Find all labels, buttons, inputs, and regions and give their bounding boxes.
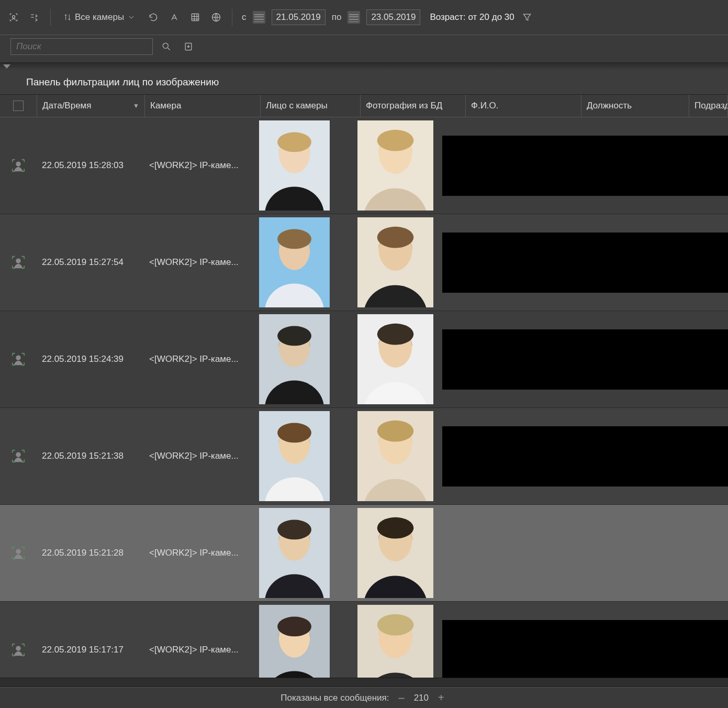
refresh-button[interactable] bbox=[145, 9, 162, 26]
toolbar-main: Все камеры с 21.05.2019 по 23.05.2019 Во… bbox=[0, 0, 728, 35]
redacted-block bbox=[644, 233, 728, 293]
redacted-block bbox=[547, 329, 644, 390]
db-thumbnail[interactable] bbox=[357, 605, 433, 678]
table-row[interactable]: 22.05.2019 15:21:28 <[WORK2]> IP-каме... bbox=[0, 505, 728, 602]
cell-fio bbox=[442, 313, 547, 405]
redacted-block bbox=[644, 523, 728, 583]
col-fio[interactable]: Ф.И.О. bbox=[466, 95, 581, 117]
date-from-input[interactable]: 21.05.2019 bbox=[272, 9, 326, 25]
footer-count: 210 bbox=[414, 693, 429, 703]
svg-point-23 bbox=[16, 356, 20, 360]
face-detect-button[interactable] bbox=[5, 9, 22, 26]
redacted-block bbox=[442, 329, 547, 390]
cell-position bbox=[547, 313, 644, 405]
col-camera[interactable]: Камера bbox=[145, 95, 261, 117]
face-detected-icon bbox=[10, 351, 26, 367]
col-checkbox[interactable] bbox=[0, 95, 37, 117]
col-dbphoto[interactable]: Фотография из БД bbox=[361, 95, 466, 117]
sort-desc-icon: ▼ bbox=[133, 102, 139, 109]
collapse-handle[interactable] bbox=[0, 63, 728, 70]
search-input[interactable] bbox=[10, 38, 153, 55]
table-row[interactable]: 22.05.2019 15:17:17 <[WORK2]> IP-каме... bbox=[0, 602, 728, 678]
face-thumbnail[interactable] bbox=[259, 605, 330, 678]
redacted-block bbox=[644, 136, 728, 196]
svg-point-9 bbox=[277, 132, 311, 152]
table-row[interactable]: 22.05.2019 15:21:38 <[WORK2]> IP-каме... bbox=[0, 408, 728, 505]
cell-department bbox=[644, 119, 728, 212]
face-thumbnail[interactable] bbox=[259, 314, 330, 404]
cell-camera: <[WORK2]> IP-каме... bbox=[144, 505, 259, 601]
cell-fio bbox=[442, 119, 547, 212]
svg-point-36 bbox=[277, 423, 311, 443]
divider bbox=[50, 9, 51, 26]
camera-dropdown[interactable]: Все камеры bbox=[58, 10, 141, 25]
date-to-input[interactable]: 23.05.2019 bbox=[366, 9, 420, 25]
cell-face-db bbox=[348, 312, 442, 406]
calendar-icon[interactable] bbox=[253, 11, 265, 24]
cell-face-db bbox=[348, 506, 442, 600]
horizontal-scrollbar[interactable] bbox=[0, 678, 728, 687]
text-button[interactable] bbox=[166, 9, 183, 26]
divider bbox=[232, 9, 232, 26]
cell-department bbox=[644, 604, 728, 678]
svg-point-5 bbox=[16, 162, 20, 167]
cell-camera: <[WORK2]> IP-каме... bbox=[144, 117, 259, 214]
cell-position bbox=[547, 216, 644, 308]
svg-point-14 bbox=[16, 259, 20, 263]
svg-point-45 bbox=[277, 520, 311, 540]
row-icon-cell bbox=[0, 505, 37, 601]
search-button[interactable] bbox=[158, 38, 175, 55]
cell-face-camera bbox=[259, 603, 348, 678]
svg-point-18 bbox=[277, 229, 311, 249]
redacted-block bbox=[547, 426, 644, 486]
face-thumbnail[interactable] bbox=[259, 120, 330, 211]
face-thumbnail[interactable] bbox=[259, 217, 330, 307]
cell-department bbox=[644, 410, 728, 502]
cell-face-db bbox=[348, 118, 442, 213]
face-detected-icon bbox=[10, 448, 26, 464]
db-thumbnail[interactable] bbox=[357, 120, 433, 211]
cell-position bbox=[547, 507, 644, 599]
face-thumbnail[interactable] bbox=[259, 508, 330, 598]
cell-datetime: 22.05.2019 15:28:03 bbox=[37, 117, 144, 214]
cell-face-camera bbox=[259, 312, 348, 406]
checkbox-all[interactable] bbox=[13, 101, 24, 111]
chevron-down-icon bbox=[127, 13, 136, 21]
col-department[interactable]: Подразделение bbox=[689, 95, 728, 117]
decrement-button[interactable]: – bbox=[396, 692, 408, 704]
calendar-icon[interactable] bbox=[348, 11, 360, 24]
globe-button[interactable] bbox=[208, 9, 225, 26]
compare-button[interactable] bbox=[26, 9, 43, 26]
cell-position bbox=[547, 119, 644, 212]
row-icon-cell bbox=[0, 602, 37, 678]
face-thumbnail[interactable] bbox=[259, 411, 330, 501]
col-datetime[interactable]: Дата/Время▼ bbox=[37, 95, 145, 117]
face-detected-icon bbox=[10, 158, 26, 173]
table-row[interactable]: 22.05.2019 15:27:54 <[WORK2]> IP-каме... bbox=[0, 214, 728, 311]
table-body[interactable]: 22.05.2019 15:28:03 <[WORK2]> IP-каме...… bbox=[0, 117, 728, 678]
cell-fio bbox=[442, 604, 547, 678]
svg-rect-1 bbox=[192, 14, 198, 20]
db-thumbnail[interactable] bbox=[357, 411, 433, 501]
cell-camera: <[WORK2]> IP-каме... bbox=[144, 408, 259, 504]
db-thumbnail[interactable] bbox=[357, 314, 433, 404]
svg-point-58 bbox=[377, 614, 413, 636]
export-button[interactable] bbox=[180, 38, 197, 55]
cell-position bbox=[547, 604, 644, 678]
cell-datetime: 22.05.2019 15:24:39 bbox=[37, 311, 144, 407]
db-thumbnail[interactable] bbox=[357, 217, 433, 307]
cell-face-camera bbox=[259, 215, 348, 309]
row-icon-cell bbox=[0, 117, 37, 214]
col-position[interactable]: Должность bbox=[581, 95, 689, 117]
grid-button[interactable] bbox=[187, 9, 204, 26]
db-thumbnail[interactable] bbox=[357, 508, 433, 598]
filter-button[interactable] bbox=[519, 9, 535, 26]
table-row[interactable]: 22.05.2019 15:24:39 <[WORK2]> IP-каме... bbox=[0, 311, 728, 408]
increment-button[interactable]: + bbox=[435, 692, 447, 704]
col-face[interactable]: Лицо с камеры bbox=[261, 95, 361, 117]
face-detected-icon bbox=[10, 642, 26, 658]
toolbar-search bbox=[0, 35, 728, 63]
redacted-block bbox=[547, 136, 644, 196]
table-row[interactable]: 22.05.2019 15:28:03 <[WORK2]> IP-каме... bbox=[0, 117, 728, 214]
camera-dropdown-label: Все камеры bbox=[75, 12, 124, 23]
